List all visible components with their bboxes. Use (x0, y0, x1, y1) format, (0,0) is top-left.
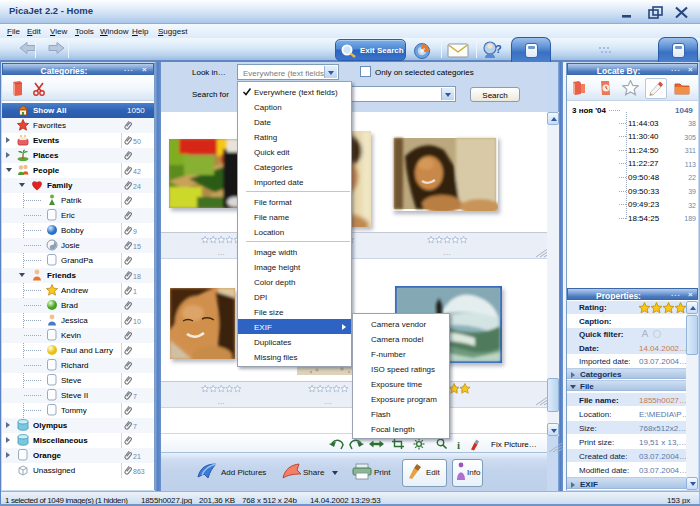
svg-text:i: i (457, 439, 460, 451)
svg-text:?: ? (495, 43, 502, 55)
